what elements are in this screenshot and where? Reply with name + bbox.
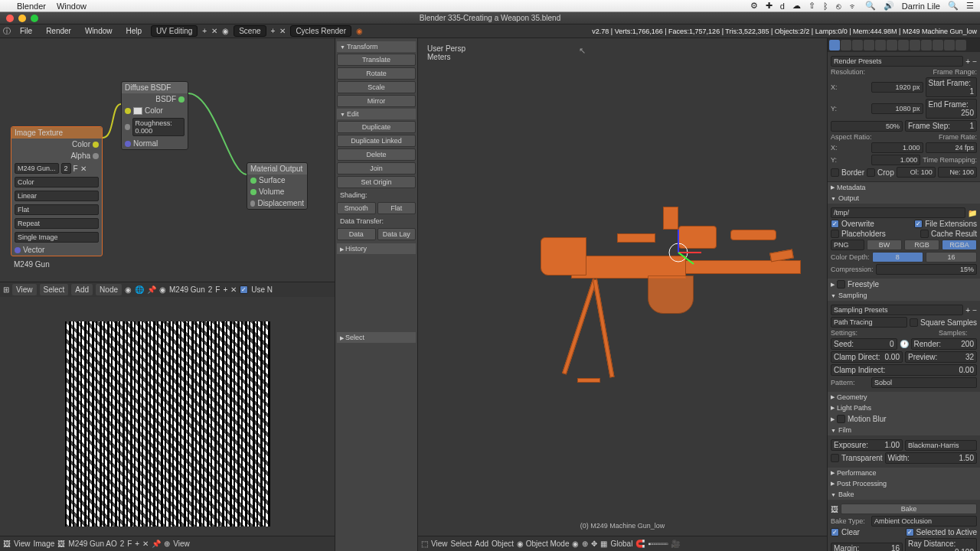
performance-panel-header[interactable]: Performance	[828, 468, 980, 478]
status-icon[interactable]: ✚	[766, 1, 773, 11]
duplicate-button[interactable]: Duplicate	[337, 121, 416, 133]
image-texture-node[interactable]: Image Texture Color Alpha M249 Gun...2F✕…	[11, 126, 103, 256]
add-preset-button[interactable]: +	[965, 306, 970, 315]
rgb-button[interactable]: RGB	[904, 240, 939, 250]
image-field[interactable]: M249 Gun...	[15, 163, 59, 174]
interpolation-dropdown[interactable]: Linear	[15, 191, 99, 201]
snap-icon[interactable]: 🧲	[635, 540, 645, 548]
placeholders-checkbox[interactable]	[831, 230, 839, 238]
status-icon[interactable]: ☁	[792, 1, 801, 11]
clamp-direct-field[interactable]: Clamp Direct: 0.00	[831, 351, 903, 363]
projection-dropdown[interactable]: Flat	[15, 204, 99, 215]
freestyle-panel-header[interactable]: Freestyle	[828, 279, 980, 290]
world-tab[interactable]	[864, 40, 874, 51]
overwrite-checkbox[interactable]	[831, 220, 839, 228]
manipulator-icon[interactable]: ✥	[591, 540, 597, 548]
image-users[interactable]: 2	[120, 540, 125, 548]
color-swatch[interactable]	[133, 107, 142, 115]
image-icon[interactable]: 🖼	[57, 540, 65, 548]
history-panel-header[interactable]: History	[337, 243, 416, 254]
aspect-x-field[interactable]: 1.000	[871, 142, 923, 153]
new-field[interactable]: Ne: 100	[938, 167, 977, 178]
clear-checkbox[interactable]	[831, 528, 839, 536]
status-icon[interactable]: ⇧	[808, 1, 815, 11]
bake-button[interactable]: Bake	[841, 504, 977, 514]
shading-icon[interactable]: ◉	[572, 540, 579, 548]
end-frame-field[interactable]: End Frame: 250	[926, 99, 978, 119]
roughness-field[interactable]: Roughness: 0.000	[132, 118, 185, 136]
compression-field[interactable]: 15%	[876, 264, 977, 275]
image-num[interactable]: 2	[61, 163, 71, 174]
frame-step-field[interactable]: Frame Step: 1	[905, 120, 977, 132]
unlink-material-button[interactable]: ✕	[230, 285, 237, 294]
select-menu[interactable]: Select	[40, 284, 69, 295]
add-material-button[interactable]: +	[223, 285, 227, 294]
remove-preset-button[interactable]: −	[972, 57, 977, 66]
add-layout-button[interactable]: +	[202, 27, 207, 35]
particles-tab[interactable]	[944, 40, 955, 51]
menu-icon[interactable]: ☰	[966, 1, 974, 11]
update-icon[interactable]: ◉	[356, 27, 363, 35]
bake-type-dropdown[interactable]: Ambient Occlusion	[871, 516, 977, 527]
node-header[interactable]: Diffuse BSDF	[122, 82, 188, 93]
physics-tab[interactable]	[956, 40, 966, 51]
render-preview-icon[interactable]: 🎥	[671, 540, 680, 548]
image-menu[interactable]: Image	[34, 540, 55, 548]
engine-dropdown[interactable]: Cycles Render	[290, 25, 351, 37]
render-menu[interactable]: Render	[41, 25, 76, 37]
mode-view-button[interactable]: View	[173, 540, 190, 548]
delete-scene-button[interactable]: ✕	[279, 27, 286, 35]
duplicate-linked-button[interactable]: Duplicate Linked	[337, 135, 416, 147]
freestyle-checkbox[interactable]	[837, 280, 845, 289]
image-dropdown[interactable]: M249 Gun AO	[68, 540, 116, 548]
scene-dropdown[interactable]: Scene	[234, 25, 266, 37]
add-scene-button[interactable]: +	[271, 27, 276, 35]
material-users[interactable]: 2	[208, 285, 213, 294]
view-menu[interactable]: View	[14, 540, 31, 548]
window-menu[interactable]: Window	[80, 25, 117, 37]
unlink-button[interactable]: ✕	[80, 165, 87, 173]
object-menu[interactable]: Object	[492, 540, 514, 548]
layers-widget[interactable]: ▪▫▫▫▫▫▫▫▫▫	[648, 540, 667, 548]
sampling-panel-header[interactable]: Sampling	[828, 290, 980, 301]
node-header[interactable]: Image Texture	[11, 127, 102, 139]
rgba-button[interactable]: RGBA	[942, 240, 977, 250]
uv-image-editor[interactable]: 🖼 View Image 🖼 M249 Gun AO 2 F + ✕ 📌 ⊕ V…	[0, 297, 335, 551]
search-icon[interactable]: 🔍	[865, 1, 876, 11]
search-icon[interactable]: 🔍	[948, 1, 959, 11]
motion-blur-checkbox[interactable]	[837, 415, 845, 423]
preview-samples-field[interactable]: Preview: 32	[905, 351, 977, 363]
edit-panel-header[interactable]: Edit	[337, 109, 416, 119]
smooth-button[interactable]: Smooth	[337, 202, 376, 214]
source-dropdown[interactable]: Single Image	[15, 232, 99, 243]
render-tab[interactable]	[829, 40, 840, 51]
clock-icon[interactable]: 🕐	[900, 340, 909, 348]
filter-width-field[interactable]: Width: 1.50	[885, 452, 977, 464]
data-layout-button[interactable]: Data Lay	[377, 228, 416, 240]
mode-dropdown[interactable]: ◉ Object Mode	[517, 540, 569, 548]
bake-panel-header[interactable]: Bake	[828, 489, 980, 500]
volume-icon[interactable]: 🔊	[884, 1, 894, 11]
depth-16-button[interactable]: 16	[926, 252, 977, 262]
material-dropdown[interactable]: M249 Gun	[169, 285, 205, 294]
mac-window[interactable]: Window	[57, 2, 87, 11]
tree-type-icon[interactable]: ◉	[125, 285, 132, 294]
geometry-panel-header[interactable]: Geometry	[828, 392, 980, 403]
diffuse-bsdf-node[interactable]: Diffuse BSDF BSDF Color Roughness: 0.000…	[121, 81, 188, 150]
old-field[interactable]: Ol: 100	[897, 167, 936, 178]
bluetooth-icon[interactable]: ᛒ	[823, 2, 828, 11]
close-window-icon[interactable]	[6, 15, 14, 22]
view-menu[interactable]: View	[12, 284, 37, 295]
aspect-y-field[interactable]: 1.000	[871, 155, 920, 165]
status-icon[interactable]: ⚙	[750, 1, 758, 11]
editor-type-icon[interactable]: ⓘ	[3, 26, 11, 37]
material-tab[interactable]	[921, 40, 932, 51]
status-icon[interactable]: d	[780, 2, 785, 11]
mirror-button[interactable]: Mirror	[337, 95, 416, 107]
open-button[interactable]: F	[74, 165, 78, 173]
join-button[interactable]: Join	[337, 162, 416, 174]
cache-result-checkbox[interactable]	[920, 230, 929, 238]
film-panel-header[interactable]: Film	[828, 425, 980, 435]
mac-app[interactable]: Blender	[17, 2, 46, 11]
file-menu[interactable]: File	[15, 25, 37, 37]
